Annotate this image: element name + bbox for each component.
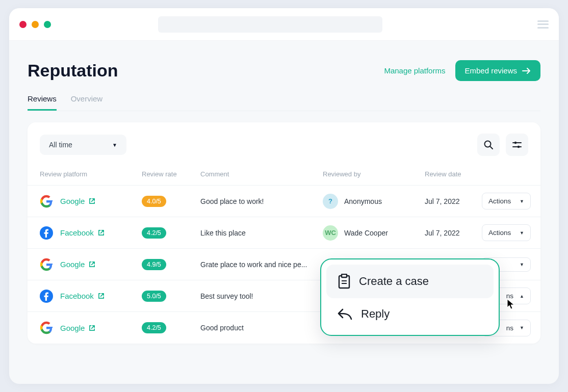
external-link-icon [89,325,95,331]
search-button[interactable] [477,134,500,156]
page-header: Reputation Manage platforms Embed review… [28,60,540,81]
maximize-window-button[interactable] [44,21,51,28]
platform-link[interactable]: Facebook [60,228,105,237]
platform-name: Facebook [60,292,94,300]
rate-cell: 5.0/5 [142,291,200,302]
arrow-right-icon [522,67,531,74]
platform-link[interactable]: Facebook [60,292,105,300]
google-icon [40,321,53,334]
svg-line-1 [490,146,493,149]
table-row: Facebook4.2/5Like this placeWCWade Coope… [28,217,540,249]
facebook-icon [40,226,53,240]
tab-overview[interactable]: Overview [71,94,103,111]
toolbar-right [477,134,528,156]
reviewer-cell: WCWade Cooper [323,225,425,241]
search-icon [483,140,494,150]
actions-cell: Actions▼ [482,224,538,241]
comment-cell: Good product [200,324,323,332]
clipboard-icon [338,274,351,289]
date-cell: Jul 7, 2022 [425,229,482,237]
header-actions: Manage platforms Embed reviews [384,60,540,81]
actions-label: ns [506,324,513,332]
menu-icon[interactable] [537,20,549,29]
google-icon [40,195,53,208]
external-link-icon [98,293,105,299]
comment-cell: Best survey tool! [200,292,323,300]
platform-name: Google [60,324,85,332]
platform-cell: Facebook [40,290,142,303]
col-comment: Comment [200,170,323,178]
date-cell: Jul 7, 2022 [425,197,482,205]
rate-badge: 4.9/5 [142,259,166,270]
table-header: Review platform Review rate Comment Revi… [28,163,540,186]
rate-cell: 4.2/5 [142,322,200,333]
titlebar [9,8,559,41]
rate-cell: 4.9/5 [142,259,200,270]
table-row: Google4.0/5Good place to work!?Anonymous… [28,186,540,217]
actions-button[interactable]: Actions▼ [482,193,531,210]
col-date: Review date [425,170,482,178]
svg-rect-9 [342,274,347,277]
rate-cell: 4.0/5 [142,196,200,207]
traffic-lights [19,21,51,28]
manage-platforms-link[interactable]: Manage platforms [384,66,445,75]
external-link-icon [89,198,95,204]
create-case-item[interactable]: Create a case [326,265,494,298]
external-link-icon [89,261,95,268]
filter-button[interactable] [506,134,528,156]
chevron-icon: ▼ [520,262,524,267]
platform-cell: Google [40,195,142,208]
actions-label: Actions [488,229,511,237]
actions-label: Actions [488,197,511,205]
facebook-icon [40,290,53,303]
platform-link[interactable]: Google [60,197,95,205]
avatar: ? [323,194,338,209]
chevron-icon: ▼ [520,325,524,330]
rate-badge: 4.0/5 [142,196,166,207]
rate-badge: 4.2/5 [142,322,166,333]
actions-cell: Actions▼ [482,193,538,210]
svg-point-4 [514,142,517,144]
mouse-cursor-icon [507,299,516,310]
time-filter-label: All time [49,141,72,149]
tab-reviews[interactable]: Reviews [28,94,57,111]
toolbar: All time ▼ [28,134,540,163]
page-title: Reputation [28,61,118,81]
filter-icon [512,141,522,149]
platform-cell: Google [40,258,142,271]
create-case-label: Create a case [359,275,429,288]
col-platform: Review platform [40,170,142,178]
external-link-icon [98,229,105,236]
close-window-button[interactable] [19,21,27,28]
reviewer-name: Wade Cooper [344,229,388,237]
chevron-down-icon: ▼ [112,142,117,148]
time-filter-select[interactable]: All time ▼ [40,135,126,155]
col-rate: Review rate [142,170,200,178]
avatar: WC [323,225,338,241]
rate-badge: 5.0/5 [142,291,166,302]
google-icon [40,258,53,271]
rate-badge: 4.2/5 [142,227,166,239]
svg-point-5 [518,146,520,148]
rate-cell: 4.2/5 [142,227,200,239]
chevron-icon: ▲ [520,294,524,299]
embed-reviews-label: Embed reviews [464,66,517,75]
tabs: Reviews Overview [28,94,540,111]
actions-button[interactable]: Actions▼ [482,224,531,241]
reviewer-cell: ?Anonymous [323,194,425,209]
reviewer-name: Anonymous [344,197,382,205]
embed-reviews-button[interactable]: Embed reviews [455,60,540,81]
comment-cell: Grate place to work and nice pe... [200,260,323,269]
platform-name: Google [60,260,85,269]
platform-link[interactable]: Google [60,324,95,332]
actions-dropdown: Create a case Reply [320,258,500,336]
platform-name: Google [60,197,85,205]
chevron-down-icon: ▼ [520,230,524,236]
platform-link[interactable]: Google [60,260,95,269]
chevron-down-icon: ▼ [520,199,524,204]
url-bar[interactable] [158,16,382,33]
reply-icon [338,308,353,320]
minimize-window-button[interactable] [32,21,39,28]
comment-cell: Good place to work! [200,197,323,205]
reply-item[interactable]: Reply [326,298,494,330]
